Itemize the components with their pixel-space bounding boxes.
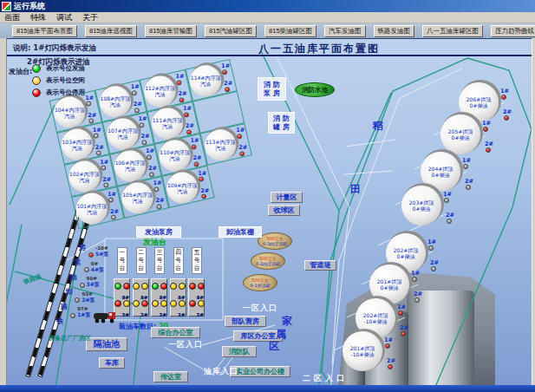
tank-product: 汽油 [170, 155, 180, 161]
lamp-icon [111, 215, 116, 220]
lamp-icon [86, 101, 91, 107]
lamp-icon [134, 108, 139, 113]
bay-light [133, 283, 140, 290]
view-button[interactable]: 压力趋势曲线 [491, 25, 535, 37]
lamp-icon [103, 183, 108, 188]
tank-cell: 106#内浮顶汽油1#2# [113, 150, 158, 181]
tank-id: 103#内浮顶 [62, 139, 92, 145]
view-button[interactable]: 铁路发油图 [374, 25, 415, 37]
lamp-icon [156, 205, 161, 210]
pump-status-line: 2#泵 [74, 297, 103, 304]
title-bar[interactable]: 运行系统 [0, 0, 535, 12]
gas-tank[interactable]: 111#内浮顶汽油 [152, 108, 183, 139]
lamp-icon [101, 166, 106, 171]
lamp-label: 1# [198, 171, 212, 177]
lamp-icon [239, 151, 245, 156]
light-label: 4# [140, 295, 147, 300]
menu-item[interactable]: 画面 [4, 12, 20, 23]
gas-tank[interactable]: 104#内浮顶汽油 [54, 97, 85, 128]
gas-tank[interactable]: 109#内浮顶汽油 [166, 173, 198, 204]
menu-item[interactable]: 调试 [56, 12, 72, 23]
lamp-icon [108, 198, 114, 203]
bay-light [179, 300, 186, 307]
tank-cell: 101#内浮顶汽油1#2# [75, 193, 121, 224]
tank-lamp-1#: 1# [411, 271, 425, 282]
pump-status-line: 4#泵 [83, 266, 113, 274]
rail-pump-row: 90#3#泵 [79, 276, 108, 290]
rail-pumphouse-char: 铁 [56, 317, 63, 326]
tank-id: 101#内浮顶 [77, 203, 107, 209]
tank-product: 汽油 [64, 113, 75, 119]
diesel-tank[interactable]: 201#拱顶-10#柴油 [343, 331, 382, 371]
pump-name: 1#泵 [77, 311, 90, 319]
lamp-icon [88, 119, 94, 124]
lamp-label: 2# [414, 291, 427, 297]
building-label: 车库 [105, 359, 119, 368]
tank-product: 0#柴油 [470, 102, 488, 108]
building-label: 综合办公室 [159, 329, 193, 337]
gas-tank[interactable]: 107#内浮顶汽油 [107, 119, 138, 150]
view-button[interactable]: 八一五油库罐区图 [422, 25, 483, 37]
lamp-icon [501, 95, 506, 100]
lamp-icon [94, 134, 99, 139]
gas-tank[interactable]: 105#内浮顶汽油 [121, 183, 153, 214]
menu-item[interactable]: 关于 [82, 12, 98, 23]
small-storage-tank[interactable]: 500立方6-2内浮顶罐 [251, 252, 285, 270]
gas-tank[interactable]: 103#内浮顶汽油 [62, 129, 93, 160]
bay-light [123, 300, 130, 307]
view-button[interactable]: 815油库平面布置图 [12, 25, 77, 37]
lamp-icon [237, 134, 242, 139]
small-storage-tank[interactable]: 500立方6-3内浮顶罐 [258, 232, 292, 250]
map-title: 八一五油库平面布置图 [224, 42, 414, 56]
small-storage-tank[interactable]: 500立方6-1拱顶罐 [243, 274, 277, 291]
bay-lights-upper [152, 283, 167, 290]
gas-tank[interactable]: 101#内浮顶汽油 [76, 193, 108, 225]
tank-lamp-2#: 2# [465, 179, 479, 190]
lamp-icon [80, 283, 85, 288]
status-strip [0, 385, 535, 392]
tank-lamp-1#: 1# [221, 63, 235, 75]
gas-tank[interactable]: 106#内浮顶汽油 [114, 151, 145, 182]
lamp-icon [194, 161, 199, 167]
menu-item[interactable]: 特殊 [30, 12, 46, 23]
building-label: 部队营房 [232, 317, 259, 326]
view-button[interactable]: 815汽油罐区图 [205, 25, 257, 37]
tank-cell: 114#内浮顶汽油1#2# [189, 64, 233, 95]
lamp-icon [444, 198, 449, 203]
lamp-icon [428, 245, 434, 251]
lamp-icon [75, 297, 80, 303]
tank-id: 102#内浮顶 [69, 171, 99, 177]
view-button[interactable]: 815柴油罐区图 [264, 25, 316, 37]
farm-grid-cell: 101#内浮顶汽油1#2# [71, 186, 124, 229]
view-button[interactable]: 815油库管输图 [145, 25, 197, 37]
building-label: 传达室 [160, 373, 181, 382]
lamp-icon [385, 343, 390, 349]
diesel-tank[interactable]: 205#拱顶0#柴油 [440, 114, 480, 154]
tank-cell: 109#内浮顶汽油1#2# [166, 172, 211, 203]
legend-color-dot [32, 88, 41, 97]
farm-grid-cell: 113#内浮顶汽油1#2# [199, 123, 252, 166]
gas-tank[interactable]: 113#内浮顶汽油 [205, 129, 236, 160]
tank-cell: 105#内浮顶汽油1#2# [121, 182, 166, 213]
rail-pump-row: 93#2#泵 [74, 291, 103, 305]
lamp-icon [153, 187, 159, 193]
gas-tank[interactable]: 110#内浮顶汽油 [160, 140, 191, 171]
tank-lamp-2#: 2# [485, 141, 499, 153]
bay-light [114, 300, 121, 307]
view-button[interactable]: 815油库远视图 [85, 25, 137, 37]
view-button[interactable]: 汽车发油图 [324, 25, 366, 37]
lamp-label: 2# [200, 188, 214, 194]
gas-tank[interactable]: 102#内浮顶汽油 [69, 161, 100, 193]
lamp-label: 2# [503, 109, 517, 115]
bay-light [170, 300, 177, 307]
lamp-icon [199, 177, 204, 182]
tank-product: -10#柴油 [351, 351, 375, 357]
diesel-tank[interactable]: 203#拱顶0#柴油 [401, 186, 441, 225]
lamp-icon [466, 185, 471, 190]
building-label: 隔油池 [94, 340, 120, 349]
gas-tank[interactable]: 114#内浮顶汽油 [190, 65, 221, 96]
pump-name: 2#泵 [82, 297, 95, 304]
vertical-label-rice-field: 田 [350, 182, 361, 197]
tank-cell: 113#内浮顶汽油1#2# [204, 128, 248, 160]
tank-product: 汽油 [200, 81, 211, 87]
